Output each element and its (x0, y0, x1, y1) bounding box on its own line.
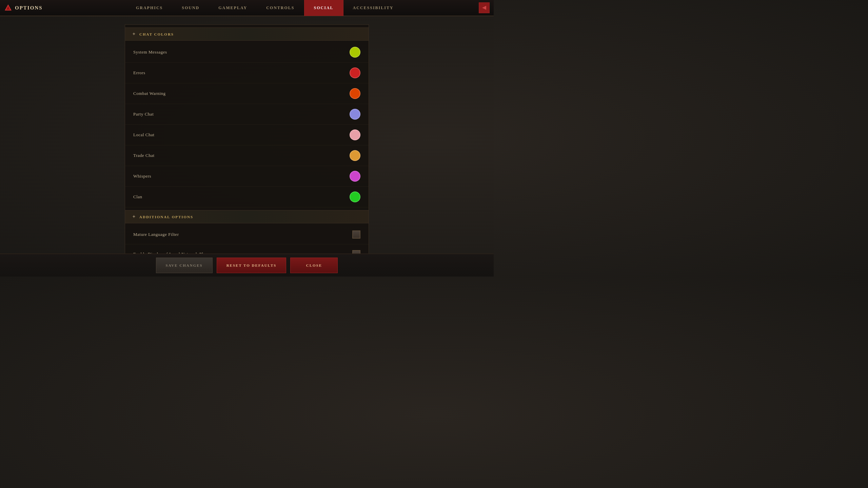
label-system-messages: System Messages (133, 49, 350, 55)
label-local-chat: Local Chat (133, 132, 350, 138)
color-local-chat[interactable] (350, 129, 360, 140)
settings-panel: ✦ CHAT COLORS System Messages Errors Com… (125, 24, 369, 255)
tab-gameplay[interactable]: GAMEPLAY (209, 0, 257, 16)
label-mature-filter: Mature Language Filter (133, 232, 352, 237)
reset-button[interactable]: RESET TO DEFAULTS (217, 258, 287, 273)
label-whispers: Whispers (133, 174, 350, 179)
setting-row-clan: Clan (125, 187, 369, 207)
bottom-bar: SAVE CHANGES RESET TO DEFAULTS CLOSE (0, 253, 494, 277)
setting-row-system-messages: System Messages (125, 42, 369, 63)
setting-row-errors: Errors (125, 63, 369, 83)
section-icon-chat: ✦ (132, 31, 136, 37)
color-errors[interactable] (350, 67, 360, 78)
back-button[interactable] (479, 2, 490, 13)
checkbox-mature-filter[interactable] (352, 230, 360, 239)
svg-marker-2 (482, 6, 486, 10)
color-combat-warning[interactable] (350, 88, 360, 99)
setting-row-mature-filter: Mature Language Filter (125, 225, 369, 244)
label-combat-warning: Combat Warning (133, 91, 350, 96)
section-header-additional: ✦ ADDITIONAL OPTIONS (125, 210, 369, 223)
back-icon (481, 5, 487, 11)
label-trade-chat: Trade Chat (133, 153, 350, 158)
app-title: OPTIONS (15, 5, 43, 11)
main-content: ✦ CHAT COLORS System Messages Errors Com… (0, 16, 494, 277)
setting-row-combat-warning: Combat Warning (125, 83, 369, 104)
label-party-chat: Party Chat (133, 111, 350, 117)
tab-controls[interactable]: CONTROLS (257, 0, 304, 16)
color-trade-chat[interactable] (350, 150, 360, 161)
app-logo: OPTIONS (4, 4, 43, 12)
color-clan[interactable] (350, 191, 360, 202)
setting-row-local-chat: Local Chat (125, 125, 369, 145)
label-clan: Clan (133, 194, 350, 200)
section-title-additional: ADDITIONAL OPTIONS (139, 215, 193, 219)
top-nav: OPTIONS GRAPHICS SOUND GAMEPLAY CONTROLS… (0, 0, 494, 16)
section-icon-additional: ✦ (132, 214, 136, 220)
color-whispers[interactable] (350, 171, 360, 182)
section-gap (125, 207, 369, 210)
color-system-messages[interactable] (350, 47, 360, 58)
setting-row-party-chat: Party Chat (125, 104, 369, 125)
setting-row-whispers: Whispers (125, 166, 369, 187)
setting-row-trade-chat: Trade Chat (125, 145, 369, 166)
close-button[interactable]: CLOSE (290, 258, 338, 273)
label-errors: Errors (133, 70, 350, 76)
save-button[interactable]: SAVE CHANGES (156, 258, 213, 273)
color-party-chat[interactable] (350, 109, 360, 120)
settings-scroll[interactable]: ✦ CHAT COLORS System Messages Errors Com… (125, 25, 369, 255)
section-header-chat-colors: ✦ CHAT COLORS (125, 27, 369, 41)
tab-graphics[interactable]: GRAPHICS (126, 0, 172, 16)
section-title-chat: CHAT COLORS (139, 32, 174, 36)
tab-social[interactable]: SOCIAL (304, 0, 343, 16)
tab-accessibility[interactable]: ACCESSIBILITY (343, 0, 403, 16)
tab-sound[interactable]: SOUND (172, 0, 209, 16)
logo-icon (4, 4, 12, 12)
nav-tabs: GRAPHICS SOUND GAMEPLAY CONTROLS SOCIAL … (51, 0, 479, 16)
